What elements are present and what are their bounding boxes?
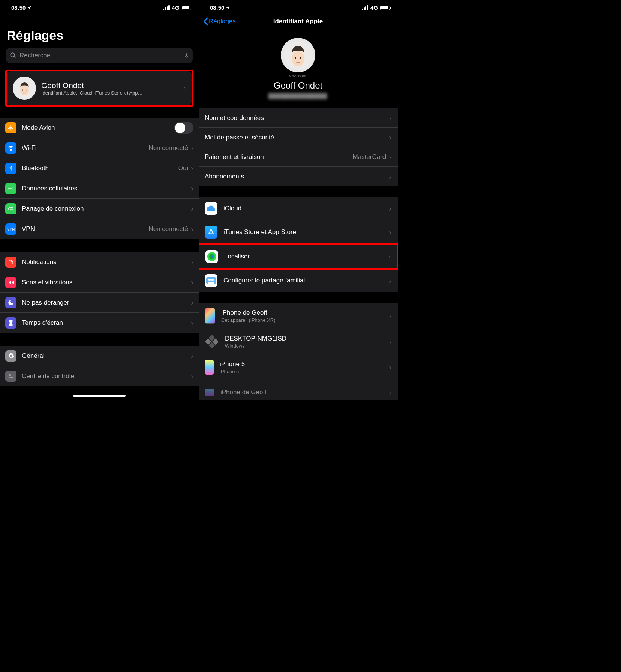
row-hotspot[interactable]: Partage de connexion › bbox=[0, 199, 199, 219]
row-appstore[interactable]: iTunes Store et App Store › bbox=[199, 220, 398, 244]
device-name: iPhone de Geoff bbox=[220, 388, 389, 396]
chevron-right-icon: › bbox=[191, 204, 194, 213]
screentime-label: Temps d'écran bbox=[22, 319, 191, 327]
search-input[interactable]: Recherche bbox=[6, 48, 193, 63]
back-button[interactable]: Réglages bbox=[203, 17, 236, 26]
wifi-value: Non connecté bbox=[148, 144, 188, 152]
profile-highlight: Geoff Ondet Identifiant Apple, iCloud, i… bbox=[5, 70, 194, 106]
location-icon bbox=[226, 6, 230, 10]
findmy-highlight: Localiser › bbox=[199, 243, 398, 270]
dnd-icon bbox=[5, 297, 16, 308]
row-sounds[interactable]: Sons et vibrations › bbox=[0, 272, 199, 292]
apple-id-row[interactable]: Geoff Ondet Identifiant Apple, iCloud, i… bbox=[7, 71, 192, 105]
iphone5-icon bbox=[205, 360, 214, 375]
avatar-large[interactable] bbox=[281, 38, 315, 72]
notifications-icon bbox=[5, 256, 16, 268]
row-controlcenter[interactable]: Centre de contrôle › bbox=[0, 366, 199, 386]
network-label: 4G bbox=[172, 4, 179, 11]
device-name: DESKTOP-NMG1ISD bbox=[225, 335, 389, 342]
status-bar: 08:50 4G bbox=[199, 0, 398, 13]
mic-icon[interactable] bbox=[184, 52, 189, 59]
status-time: 08:50 bbox=[11, 4, 26, 11]
findmy-label: Localiser bbox=[224, 253, 388, 260]
svg-point-19 bbox=[295, 57, 297, 59]
airplane-icon bbox=[5, 122, 16, 134]
chevron-right-icon: › bbox=[183, 84, 186, 93]
hotspot-icon bbox=[5, 203, 16, 214]
row-wifi[interactable]: Wi-Fi Non connecté › bbox=[0, 138, 199, 158]
hotspot-label: Partage de connexion bbox=[22, 205, 191, 213]
row-vpn[interactable]: VPN VPN Non connecté › bbox=[0, 219, 199, 239]
back-label: Réglages bbox=[209, 18, 236, 25]
chevron-right-icon: › bbox=[389, 133, 392, 142]
airplane-label: Mode Avion bbox=[22, 124, 174, 132]
svg-point-4 bbox=[20, 86, 28, 95]
battery-icon bbox=[380, 6, 390, 10]
chevron-right-icon: › bbox=[191, 278, 194, 286]
chevron-right-icon: › bbox=[389, 204, 392, 213]
svg-point-6 bbox=[26, 90, 27, 91]
payment-label: Paiement et livraison bbox=[205, 153, 353, 161]
row-screentime[interactable]: Temps d'écran › bbox=[0, 313, 199, 333]
network-label: 4G bbox=[370, 4, 378, 11]
chevron-right-icon: › bbox=[191, 144, 194, 152]
row-airplane[interactable]: Mode Avion bbox=[0, 118, 199, 138]
nav-bar: Réglages Identifiant Apple bbox=[199, 13, 398, 30]
page-title: Réglages bbox=[0, 13, 199, 46]
row-device-iphone-xr[interactable]: iPhone de Geoff Cet appareil (iPhone XR)… bbox=[199, 303, 398, 329]
bluetooth-icon bbox=[5, 163, 16, 174]
appstore-label: iTunes Store et App Store bbox=[224, 228, 389, 236]
row-general[interactable]: Général › bbox=[0, 346, 199, 366]
chevron-right-icon: › bbox=[389, 388, 392, 397]
svg-point-23 bbox=[211, 255, 213, 258]
appstore-icon bbox=[205, 226, 218, 238]
row-family[interactable]: Configurer le partage familial › bbox=[199, 269, 398, 292]
settings-group-connectivity: Mode Avion Wi-Fi Non connecté › Bluetoot… bbox=[0, 118, 199, 239]
controlcenter-label: Centre de contrôle bbox=[22, 372, 191, 380]
location-icon bbox=[27, 6, 32, 10]
row-device-iphone2[interactable]: iPhone de Geoff › bbox=[199, 380, 398, 400]
search-icon bbox=[10, 52, 16, 59]
row-name-contact[interactable]: Nom et coordonnées › bbox=[199, 108, 398, 128]
svg-point-7 bbox=[10, 150, 11, 150]
row-subscriptions[interactable]: Abonnements › bbox=[199, 167, 398, 186]
svg-point-18 bbox=[292, 51, 304, 66]
change-avatar-label[interactable]: CHANGER bbox=[289, 74, 307, 77]
memoji-icon bbox=[284, 40, 313, 70]
row-findmy[interactable]: Localiser › bbox=[200, 245, 397, 268]
family-icon bbox=[205, 274, 218, 287]
row-cellular[interactable]: Données cellulaires › bbox=[0, 178, 199, 199]
iphone-icon bbox=[205, 308, 215, 324]
avatar bbox=[13, 76, 36, 100]
row-dnd[interactable]: Ne pas déranger › bbox=[0, 292, 199, 313]
row-bluetooth[interactable]: Bluetooth Oui › bbox=[0, 158, 199, 178]
svg-point-26 bbox=[212, 279, 214, 281]
sounds-label: Sons et vibrations bbox=[22, 279, 191, 286]
notifications-label: Notifications bbox=[22, 258, 191, 266]
airplane-toggle[interactable] bbox=[174, 122, 194, 134]
settings-group-general: Général › Centre de contrôle › bbox=[0, 346, 199, 386]
row-payment[interactable]: Paiement et livraison MasterCard › bbox=[199, 147, 398, 167]
svg-point-5 bbox=[22, 90, 23, 91]
icloud-label: iCloud bbox=[224, 205, 389, 212]
chevron-right-icon: › bbox=[389, 312, 392, 320]
row-notifications[interactable]: Notifications › bbox=[0, 252, 199, 272]
iphone-icon bbox=[205, 388, 214, 396]
row-icloud[interactable]: iCloud › bbox=[199, 197, 398, 220]
home-indicator[interactable] bbox=[73, 395, 126, 397]
chevron-right-icon: › bbox=[191, 225, 194, 234]
memoji-icon bbox=[15, 79, 34, 98]
row-password-security[interactable]: Mot de passe et sécurité › bbox=[199, 128, 398, 147]
row-device-iphone5[interactable]: iPhone 5 iPhone 5 › bbox=[199, 354, 398, 380]
wifi-icon bbox=[5, 142, 16, 154]
bluetooth-value: Oui bbox=[178, 165, 188, 172]
row-device-desktop[interactable]: DESKTOP-NMG1ISD Windows › bbox=[199, 329, 398, 354]
vpn-icon: VPN bbox=[5, 224, 16, 235]
svg-point-8 bbox=[10, 188, 11, 189]
family-label: Configurer le partage familial bbox=[224, 277, 389, 284]
chevron-right-icon: › bbox=[191, 164, 194, 172]
wifi-label: Wi-Fi bbox=[22, 144, 148, 152]
appleid-name: Geoff Ondet bbox=[274, 80, 322, 91]
chevron-right-icon: › bbox=[389, 338, 392, 346]
device-subtitle: Windows bbox=[225, 343, 389, 349]
